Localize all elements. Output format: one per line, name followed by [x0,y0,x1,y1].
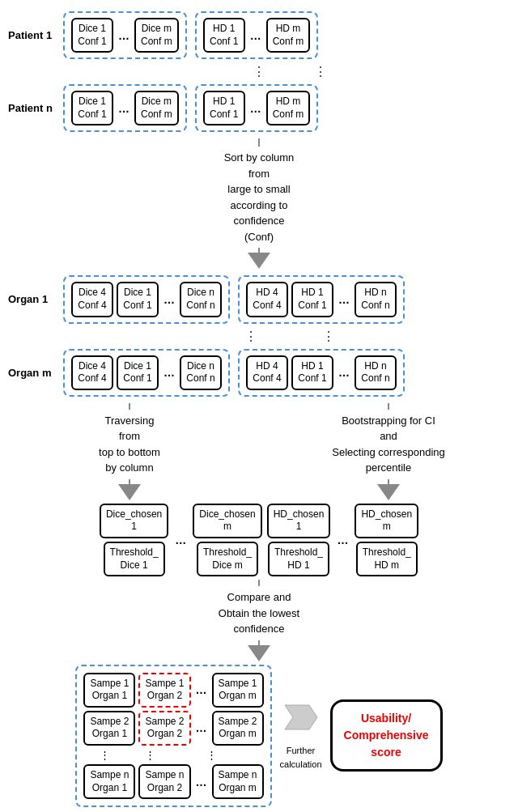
vd2: ⋮ [129,749,171,761]
hd-chosen1-box: HD_chosen1 [267,504,331,538]
patient1-groups: Dice 1Conf 1 … Dice mConf m HD 1Conf 1 …… [63,11,510,59]
stem-traverse [129,403,130,410]
dots4: … [248,102,263,115]
stem-bootstrap [388,403,389,410]
s2o1: Sampe 2Organ 1 [83,711,135,746]
patientn-dicem: Dice mConf m [134,91,179,125]
dots5: … [162,293,176,306]
patient1-dice1: Dice 1Conf 1 [71,18,113,53]
further-calc-section: Furthercalculation [280,697,322,774]
organ1-label: Organ 1 [8,293,63,305]
s1o2: Sampe 1Organ 2 [138,673,190,708]
organ1-groups: Dice 4Conf 4 Dice 1Conf 1 … Dice nConf n… [63,275,510,323]
threshold-hdm-box: Threshold_HD m [356,542,418,576]
patient1-hdm: HD mConf m [266,18,311,53]
s1o1: Sampe 1Organ 1 [83,673,135,708]
further-label: Furthercalculation [280,744,322,771]
arrow-sort [248,253,270,269]
organm-hd-group: HD 4Conf 4 HD 1Conf 1 … HD nConf n [238,349,405,397]
snom: Sampe nOrgan m [212,764,264,799]
vd3: ⋮ [190,749,232,761]
patient1-hd-group: HD 1Conf 1 … HD mConf m [195,11,319,59]
traverse-col: Traversingfromtop to bottomby column [0,403,259,500]
hd-chosenm-box: HD_chosenm [355,504,418,538]
dots9: … [173,534,188,546]
patientn-groups: Dice 1Conf 1 … Dice mConf m HD 1Conf 1 …… [63,84,510,132]
patientn-hdm: HD mConf m [266,91,311,125]
vdots-dice: ⋮ [253,64,265,79]
dots11: … [194,683,209,696]
traverse-bootstrap-section: Traversingfromtop to bottomby column Boo… [0,403,518,500]
chosen-section: Dice_chosen1 Threshold_Dice 1 … Dice_cho… [0,504,518,576]
organ1-hdn: HD nConf n [355,282,397,317]
organm-label: Organ m [8,367,63,379]
organ1-dice4: Dice 4Conf 4 [71,282,113,317]
bottom-section: Sampe 1Organ 1 Sampe 1Organ 2 … Sampe 1O… [0,665,518,808]
vdots-patients: ⋮ ⋮ [0,62,518,81]
arrow-traverse [118,484,141,500]
dots8: … [337,366,351,379]
s1om: Sampe 1Organ m [212,673,264,708]
patientn-row: Patient n Dice 1Conf 1 … Dice mConf m HD… [0,84,518,132]
dots10: … [335,534,350,546]
dots2: … [248,29,263,42]
organ1-row: Organ 1 Dice 4Conf 4 Dice 1Conf 1 … Dice… [0,275,518,323]
bootstrap-col: Bootstrapping for CIandSelecting corresp… [259,403,518,500]
sample-row2: Sampe 2Organ 1 Sampe 2Organ 2 … Sampe 2O… [83,711,263,746]
main-diagram: Patient 1 Dice 1Conf 1 … Dice mConf m HD… [0,0,518,812]
chosen-hd1: HD_chosen1 Threshold_HD 1 [267,504,331,576]
organm-dicen: Dice nConf n [180,355,222,390]
patient1-hd1: HD 1Conf 1 [203,18,245,53]
dots1: … [117,29,131,42]
dots12: … [194,721,209,734]
organ1-dice-group: Dice 4Conf 4 Dice 1Conf 1 … Dice nConf n [63,275,230,323]
dots13: … [194,776,209,789]
chosen-dicem: Dice_chosenm Threshold_Dice m [193,504,261,576]
svg-marker-0 [285,705,317,729]
threshold-hd1-box: Threshold_HD 1 [268,542,329,576]
chosen-dice1: Dice_chosen1 Threshold_Dice 1 [100,504,168,576]
organ1-hd-group: HD 4Conf 4 HD 1Conf 1 … HD nConf n [238,275,405,323]
patient1-row: Patient 1 Dice 1Conf 1 … Dice mConf m HD… [0,11,518,59]
sample-vdots: ⋮ ⋮ ⋮ [83,749,263,761]
vdots-dice2: ⋮ [244,329,257,344]
stem1 [258,138,260,147]
dots3: … [117,102,131,115]
patient1-dicem: Dice mConf m [134,18,179,53]
organm-row: Organ m Dice 4Conf 4 Dice 1Conf 1 … Dice… [0,349,518,397]
threshold-dicem-box: Threshold_Dice m [197,542,258,576]
sort-label: Sort by columnfromlarge to smallaccordin… [224,150,295,244]
chosen-hdm: HD_chosenm Threshold_HD m [355,504,418,576]
patientn-dice-group: Dice 1Conf 1 … Dice mConf m [63,84,187,132]
organm-hd1: HD 1Conf 1 [291,355,333,390]
stem-compare [258,580,260,586]
organ1-dice1: Dice 1Conf 1 [117,282,159,317]
patientn-dice1: Dice 1Conf 1 [71,91,113,125]
organ1-dicen: Dice nConf n [180,282,222,317]
dots7: … [162,366,176,379]
sample-row1: Sampe 1Organ 1 Sampe 1Organ 2 … Sampe 1O… [83,673,263,708]
dice-chosenm-box: Dice_chosenm [193,504,261,538]
organm-hdn: HD nConf n [355,355,397,390]
result-box: Usability/Comprehensivescore [330,699,443,772]
compare-label: Compare andObtain the lowestconfidence [219,589,299,637]
patient1-dice-group: Dice 1Conf 1 … Dice mConf m [63,11,187,59]
arrow-compare [248,645,270,661]
bootstrap-label: Bootstrapping for CIandSelecting corresp… [332,413,444,476]
patientn-label: Patient n [8,102,63,114]
vdots-hd2: ⋮ [322,329,335,344]
organ1-hd4: HD 4Conf 4 [246,282,288,317]
organm-hd4: HD 4Conf 4 [246,355,288,390]
vdots-organs: ⋮ ⋮ [0,327,518,346]
traverse-label: Traversingfromtop to bottomby column [99,413,160,476]
dice-chosen1-box: Dice_chosen1 [100,504,168,538]
patientn-hd-group: HD 1Conf 1 … HD mConf m [195,84,319,132]
vdots-hd: ⋮ [314,64,327,79]
organm-dice4: Dice 4Conf 4 [71,355,113,390]
dots6: … [337,293,351,306]
s2om: Sampe 2Organ m [212,711,264,746]
compare-section: Compare andObtain the lowestconfidence [219,580,299,661]
sample-grid: Sampe 1Organ 1 Sampe 1Organ 2 … Sampe 1O… [75,665,271,808]
patientn-hd1: HD 1Conf 1 [203,91,245,125]
threshold-dice1-box: Threshold_Dice 1 [104,542,165,576]
